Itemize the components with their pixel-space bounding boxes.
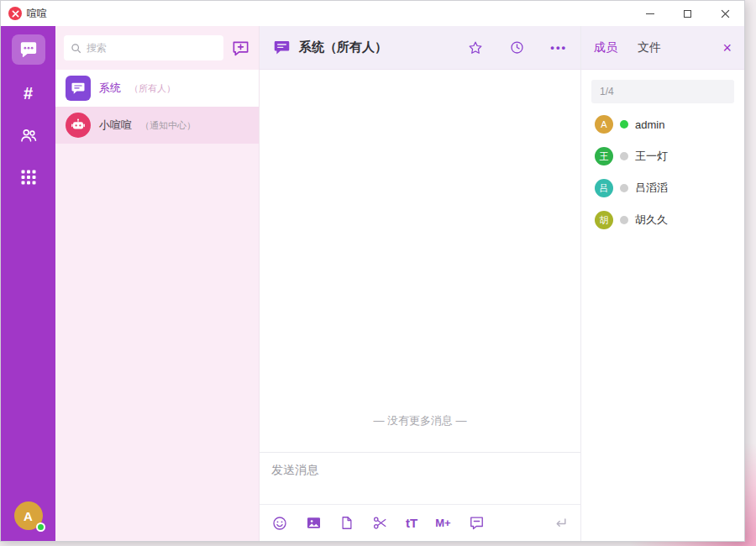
member-avatar-initial: 吕	[600, 182, 609, 195]
more-menu-button[interactable]: •••	[550, 41, 567, 54]
markdown-button[interactable]: M+	[435, 517, 450, 529]
search-icon	[71, 43, 81, 54]
user-avatar[interactable]: A	[14, 501, 43, 530]
return-arrow-icon	[552, 515, 569, 532]
member-status-dot	[620, 216, 628, 224]
chat-item-robot[interactable]: 小喧喧 （通知中心）	[55, 107, 259, 144]
member-avatar-initial: A	[601, 119, 606, 129]
chat-bubble-icon	[19, 40, 38, 59]
history-button[interactable]	[509, 39, 525, 55]
nav-channels[interactable]: #	[12, 76, 45, 110]
send-enter-icon[interactable]	[552, 515, 569, 532]
search-input[interactable]	[87, 42, 217, 54]
chat-name: 小喧喧	[99, 118, 132, 133]
member-status-dot	[620, 152, 628, 160]
chat-header: 系统（所有人） •••	[260, 26, 580, 70]
chat-item-system[interactable]: 系统 （所有人）	[55, 70, 259, 107]
emoji-button[interactable]	[271, 515, 288, 532]
font-size-button[interactable]: tT	[406, 516, 417, 530]
member-name: admin	[635, 118, 664, 131]
scissors-icon	[372, 515, 388, 531]
editor-toolbar: tT M+	[260, 504, 580, 541]
message-input[interactable]	[260, 453, 580, 504]
chat-square-icon	[469, 515, 485, 531]
minimize-button[interactable]	[631, 1, 669, 26]
right-panel: 成员 文件 × 1/4 A admin 王 王一灯 吕	[581, 26, 744, 541]
create-chat-button[interactable]	[231, 39, 250, 58]
minimize-icon	[646, 13, 654, 14]
maximize-icon	[684, 10, 691, 18]
hash-icon: #	[24, 84, 33, 103]
message-box-button[interactable]	[469, 515, 485, 531]
member-row[interactable]: 王 王一灯	[591, 140, 734, 172]
panel-header: 成员 文件 ×	[581, 26, 744, 70]
window-title: 喧喧	[27, 7, 47, 21]
app-window: 喧喧 #	[0, 0, 745, 542]
chat-desc: （通知中心）	[140, 119, 196, 132]
cut-button[interactable]	[372, 515, 388, 531]
nav-rail: # A	[1, 26, 55, 541]
member-name: 胡久久	[635, 213, 668, 228]
image-button[interactable]	[306, 515, 322, 531]
member-avatar: 胡	[595, 211, 613, 229]
member-avatar-initial: 王	[600, 150, 609, 163]
member-avatar-initial: 胡	[600, 214, 609, 227]
smiley-icon	[271, 515, 288, 532]
image-icon	[306, 515, 322, 531]
maximize-button[interactable]	[669, 1, 706, 26]
tab-members[interactable]: 成员	[594, 40, 617, 55]
member-avatar: 王	[595, 147, 613, 165]
titlebar: 喧喧	[1, 1, 744, 26]
star-button[interactable]	[467, 39, 484, 56]
chat-list-panel: 系统 （所有人） 小喧喧 （通知中心）	[55, 26, 259, 541]
member-row[interactable]: 胡 胡久久	[591, 204, 734, 236]
member-row[interactable]: 吕 吕滔滔	[591, 172, 734, 204]
chat-plus-icon	[231, 39, 250, 58]
close-button[interactable]	[706, 1, 744, 26]
app-logo-icon	[8, 7, 22, 20]
member-status-dot	[620, 184, 628, 192]
sidebar-top	[55, 26, 259, 70]
tab-files[interactable]: 文件	[638, 40, 661, 55]
close-icon	[721, 9, 730, 18]
member-name: 王一灯	[635, 149, 668, 164]
member-list: 1/4 A admin 王 王一灯 吕 吕滔滔 胡	[581, 70, 744, 236]
chat-area: 系统（所有人） ••• — 没有更多消息 —	[259, 26, 581, 541]
member-count[interactable]: 1/4	[591, 80, 734, 103]
file-icon	[339, 515, 354, 531]
robot-icon	[66, 113, 91, 138]
star-icon	[467, 39, 484, 56]
member-avatar: A	[595, 115, 613, 134]
member-avatar: 吕	[595, 179, 613, 197]
grid-icon	[21, 170, 36, 185]
user-avatar-initial: A	[24, 509, 33, 523]
chat-name: 系统	[99, 81, 121, 96]
chat-title-icon	[273, 39, 291, 56]
panel-close-button[interactable]: ×	[722, 40, 732, 55]
member-name: 吕滔滔	[635, 181, 668, 196]
nav-contacts[interactable]	[12, 118, 45, 152]
member-row[interactable]: A admin	[591, 108, 734, 140]
system-chat-icon	[66, 76, 91, 101]
message-list[interactable]: — 没有更多消息 —	[260, 70, 580, 452]
nav-apps[interactable]	[12, 160, 45, 194]
nav-chats[interactable]	[12, 34, 45, 65]
search-box[interactable]	[64, 35, 223, 60]
chat-desc: （所有人）	[129, 82, 176, 95]
history-clock-icon	[509, 39, 525, 55]
chat-title: 系统（所有人）	[299, 39, 387, 55]
message-input-area	[260, 452, 580, 504]
member-status-dot	[620, 120, 628, 129]
online-status-dot	[36, 522, 45, 532]
file-button[interactable]	[339, 515, 354, 531]
window-content: # A	[1, 26, 744, 541]
no-more-messages-label: — 没有更多消息 —	[260, 413, 580, 428]
people-icon	[19, 126, 38, 144]
